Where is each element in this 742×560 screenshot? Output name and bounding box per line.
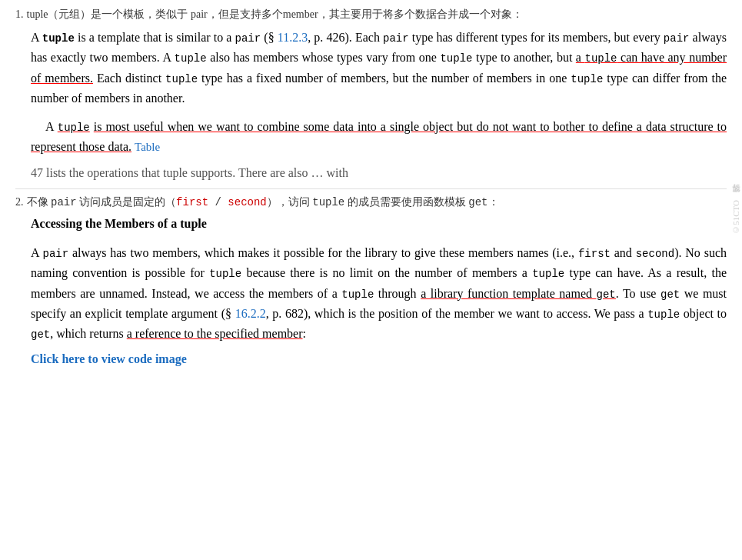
get-code-s2b: get: [660, 288, 680, 301]
link-16-2-2[interactable]: 16.2.2: [235, 307, 266, 320]
pair-code-s2: pair: [43, 248, 69, 260]
tuple-code2: tuple: [175, 52, 207, 65]
pair-code-cn: pair: [51, 196, 77, 208]
underline-sentence: a tuple can have any number of members.: [31, 51, 727, 84]
reference-underline: a reference to the specified member: [127, 327, 303, 340]
table-ref: Table: [135, 141, 160, 153]
section2-header: 2. 不像 pair 访问成员是固定的（first / second），访问 t…: [15, 195, 727, 209]
tuple-code6: tuple: [58, 122, 90, 134]
tuple-code5: tuple: [571, 73, 603, 85]
section-divider: [15, 188, 727, 189]
tuple-code-ul: tuple: [585, 52, 617, 65]
get-code-s2: get: [597, 288, 616, 301]
get-code-s2c: get: [31, 328, 50, 341]
tuple-code-s2: tuple: [209, 268, 241, 280]
link-11-2-3[interactable]: 11.2.3: [278, 31, 308, 44]
click-here-link[interactable]: Click here to view code image: [31, 352, 727, 366]
tuple-code4: tuple: [165, 73, 198, 85]
tuple-bold: tuple: [42, 31, 75, 44]
second-code: second: [636, 248, 674, 260]
section1-header-cn: tuple（元组）是一个模板，类似于 pair，但是支持多个member，其主要…: [27, 8, 523, 22]
section2-header-cn: 不像 pair 访问成员是固定的（first / second），访问 tupl…: [27, 195, 499, 209]
first-second-code: first / second: [176, 196, 267, 208]
tuple-code-s2c: tuple: [341, 288, 374, 301]
section1-header: 1. tuple（元组）是一个模板，类似于 pair，但是支持多个member，…: [15, 8, 727, 22]
pair-code3: pair: [664, 32, 690, 45]
pair-code: pair: [235, 32, 261, 45]
tuple-code-s2b: tuple: [532, 268, 564, 280]
section1-para2: A tuple is most useful when we want to c…: [31, 117, 727, 158]
tuple-code3: tuple: [440, 52, 472, 65]
tuple-code-cn: tuple: [312, 196, 344, 208]
get-code-cn: get: [468, 196, 487, 208]
accessing-heading: Accessing the Members of a tuple: [31, 217, 727, 231]
section2-number: 2.: [15, 196, 24, 208]
first-code: first: [578, 248, 611, 260]
page-content: 1. tuple（元组）是一个模板，类似于 pair，但是支持多个member，…: [0, 0, 742, 374]
pair-code2: pair: [383, 32, 409, 45]
section1-number: 1.: [15, 8, 24, 21]
tuple-code-s2d: tuple: [647, 308, 680, 321]
tuple-code-bold: tuple: [42, 32, 75, 45]
section2-para1: A pair always has two members, which mak…: [31, 243, 727, 345]
section1-text-block: A tuple is a template that is similar to…: [31, 28, 727, 157]
get-underline: a library function template named get: [421, 287, 616, 300]
partial-cut-line: 47 lists the operations that tuple suppo…: [31, 163, 727, 183]
section2-text-block: A pair always has two members, which mak…: [31, 243, 727, 345]
watermark: ©51CTO博客: [730, 200, 742, 235]
section1-para1: A tuple is a template that is similar to…: [31, 28, 727, 109]
